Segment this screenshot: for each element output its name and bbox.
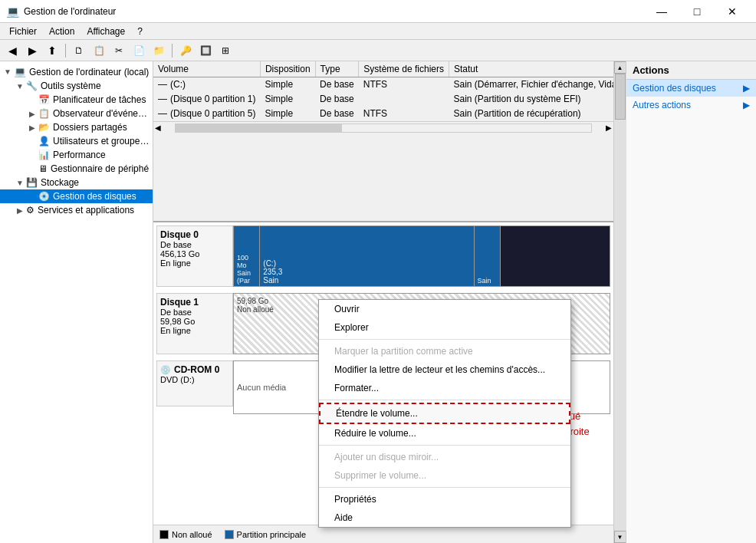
title-bar-controls: — □ ✕ xyxy=(644,0,750,23)
tree-panel: ▼ 💻 Gestion de l'ordinateur (local) ▼ 🔧 … xyxy=(0,61,153,543)
disk0-type: De base xyxy=(160,240,229,249)
table-row[interactable]: —(C:) Simple De base NTFS Sain (Démarrer… xyxy=(153,77,613,92)
toolbar-btn4[interactable]: 📄 xyxy=(130,42,148,59)
tree-gestion-disques[interactable]: 💿 Gestion des disques xyxy=(0,189,153,203)
ctx-reduire[interactable]: Réduire le volume... xyxy=(319,424,570,443)
h-scroll-track[interactable] xyxy=(175,123,592,133)
actions-item-autres[interactable]: Autres actions ▶ xyxy=(626,97,756,114)
window-icon: 💻 xyxy=(6,5,19,18)
maximize-button[interactable]: □ xyxy=(679,0,715,23)
cell-disp-1: Simple xyxy=(260,92,315,107)
v-scrollbar[interactable]: ▲ ▼ xyxy=(613,61,626,543)
disk0-part-unalloc[interactable] xyxy=(501,226,610,286)
minimize-button[interactable]: — xyxy=(644,0,679,23)
v-scroll-track[interactable] xyxy=(614,74,626,531)
toolbar-btn6[interactable]: 🔑 xyxy=(176,42,195,59)
toolbar-btn8[interactable]: ⊞ xyxy=(216,42,235,59)
root-expand-icon: ▼ xyxy=(2,67,14,76)
toolbar-forward[interactable]: ▶ xyxy=(23,42,41,59)
cdrom-type: DVD (D:) xyxy=(160,375,229,384)
actions-item-gestion[interactable]: Gestion des disques ▶ xyxy=(626,80,756,97)
ctx-etendre[interactable]: Étendre le volume... xyxy=(319,403,570,424)
tree-outils-systeme[interactable]: ▼ 🔧 Outils système xyxy=(0,79,153,93)
tree-planificateur[interactable]: 📅 Planificateur de tâches xyxy=(0,93,153,107)
menu-affichage[interactable]: Affichage xyxy=(81,25,131,38)
util-icon: 👤 xyxy=(38,136,50,146)
toolbar: ◀ ▶ ⬆ 🗋 📋 ✂ 📄 📁 🔑 🔲 ⊞ xyxy=(0,40,756,61)
toolbar-btn5[interactable]: 📁 xyxy=(150,42,168,59)
menu-help[interactable]: ? xyxy=(131,25,149,38)
perf-icon: 📊 xyxy=(38,150,50,160)
disk-label-1: Disque 1 De base 59,98 Go En ligne xyxy=(156,293,233,354)
disk0-part-c[interactable]: (C:) 235,3 Sain xyxy=(260,226,474,286)
tree-root[interactable]: ▼ 💻 Gestion de l'ordinateur (local) xyxy=(0,64,153,79)
gest-label: Gestionnaire de périphé xyxy=(51,163,149,174)
cell-volume-1: —(Disque 0 partition 1) xyxy=(153,92,260,107)
scroll-up-btn[interactable]: ▲ xyxy=(614,61,626,74)
tree-utilisateurs[interactable]: 👤 Utilisateurs et groupes I xyxy=(0,134,153,148)
tree-gestionnaire[interactable]: 🖥 Gestionnaire de périphé xyxy=(0,162,153,176)
h-scroll-thumb[interactable] xyxy=(176,124,342,132)
toolbar-btn7[interactable]: 🔲 xyxy=(196,42,215,59)
ctx-aide[interactable]: Aide xyxy=(319,508,570,527)
disk-table-container: Volume Disposition Type Système de fichi… xyxy=(153,61,613,222)
col-status: Statut xyxy=(449,61,613,77)
cell-status-2: Sain (Partition de récupération) xyxy=(449,107,613,121)
disk0-part-efi[interactable]: 100 Mo Sain (Par xyxy=(234,226,260,286)
gd-icon: 💿 xyxy=(38,191,50,202)
ctx-explorer[interactable]: Explorer xyxy=(319,318,570,337)
tree-stockage[interactable]: ▼ 💾 Stockage xyxy=(0,176,153,189)
table-row[interactable]: —(Disque 0 partition 1) Simple De base S… xyxy=(153,92,613,107)
menu-action[interactable]: Action xyxy=(43,25,81,38)
toolbar-up[interactable]: ⬆ xyxy=(43,42,61,59)
cell-status-0: Sain (Démarrer, Fichier d'échange, Vidag… xyxy=(449,77,613,92)
tree-observateur[interactable]: ▶ 📋 Observateur d'événeme xyxy=(0,107,153,120)
ctx-modifier[interactable]: Modifier la lettre de lecteur et les che… xyxy=(319,360,570,379)
ctx-sep4 xyxy=(319,487,570,488)
cell-fs-2: NTFS xyxy=(359,107,449,121)
stock-label: Stockage xyxy=(41,177,79,188)
toolbar-btn1[interactable]: 🗋 xyxy=(70,42,88,59)
h-scrollbar[interactable]: ◀ ▶ xyxy=(153,121,613,133)
actions-autres-arrow: ▶ xyxy=(743,100,750,110)
context-menu: Ouvrir Explorer Marquer la partition com… xyxy=(318,299,571,528)
tree-performance[interactable]: 📊 Performance xyxy=(0,148,153,162)
scroll-right-btn[interactable]: ▶ xyxy=(604,123,613,132)
table-row[interactable]: —(Disque 0 partition 5) Simple De base N… xyxy=(153,107,613,121)
actions-gestion-label: Gestion des disques xyxy=(633,83,716,94)
root-label: Gestion de l'ordinateur (local) xyxy=(29,67,149,77)
ctx-formater[interactable]: Formater... xyxy=(319,379,570,397)
disk-label-0: Disque 0 De base 456,13 Go En ligne xyxy=(156,225,233,287)
outils-icon: 🔧 xyxy=(26,81,38,91)
scroll-down-btn[interactable]: ▼ xyxy=(614,531,626,543)
tree-services[interactable]: ▶ ⚙ Services et applications xyxy=(0,203,153,217)
ctx-supprimer[interactable]: Supprimer le volume... xyxy=(319,466,570,485)
ctx-proprietes[interactable]: Propriétés xyxy=(319,490,570,508)
col-type: Type xyxy=(315,61,359,77)
legend-box-primary xyxy=(225,530,234,539)
title-bar: 💻 Gestion de l'ordinateur — □ ✕ xyxy=(0,0,756,23)
toolbar-sep1 xyxy=(65,44,66,58)
outils-expand-icon: ▼ xyxy=(14,82,26,90)
close-button[interactable]: ✕ xyxy=(715,0,750,23)
toolbar-back[interactable]: ◀ xyxy=(3,42,21,59)
cell-type-0: De base xyxy=(315,77,359,92)
scroll-left-btn[interactable]: ◀ xyxy=(153,123,163,132)
legend-label-unalloc: Non alloué xyxy=(172,530,212,539)
disk0-part-recovery[interactable]: Sain xyxy=(475,226,501,286)
v-scroll-thumb[interactable] xyxy=(615,74,626,120)
actions-gestion-arrow: ▶ xyxy=(743,83,750,94)
disk1-id: Disque 1 xyxy=(160,297,229,308)
ctx-ajouter[interactable]: Ajouter un disque miroir... xyxy=(319,448,570,466)
obs-expand-icon: ▶ xyxy=(26,110,38,118)
toolbar-btn3[interactable]: ✂ xyxy=(110,42,128,59)
col-filesystem: Système de fichiers xyxy=(359,61,449,77)
ctx-ouvrir[interactable]: Ouvrir xyxy=(319,300,570,318)
menu-bar: Fichier Action Affichage ? xyxy=(0,23,756,40)
gest-icon: 🖥 xyxy=(38,163,48,174)
tree-dossiers[interactable]: ▶ 📂 Dossiers partagés xyxy=(0,120,153,134)
toolbar-btn2[interactable]: 📋 xyxy=(90,42,108,59)
ctx-marquer[interactable]: Marquer la partition comme active xyxy=(319,342,570,360)
menu-fichier[interactable]: Fichier xyxy=(3,25,43,38)
svc-label: Services et applications xyxy=(38,205,134,216)
